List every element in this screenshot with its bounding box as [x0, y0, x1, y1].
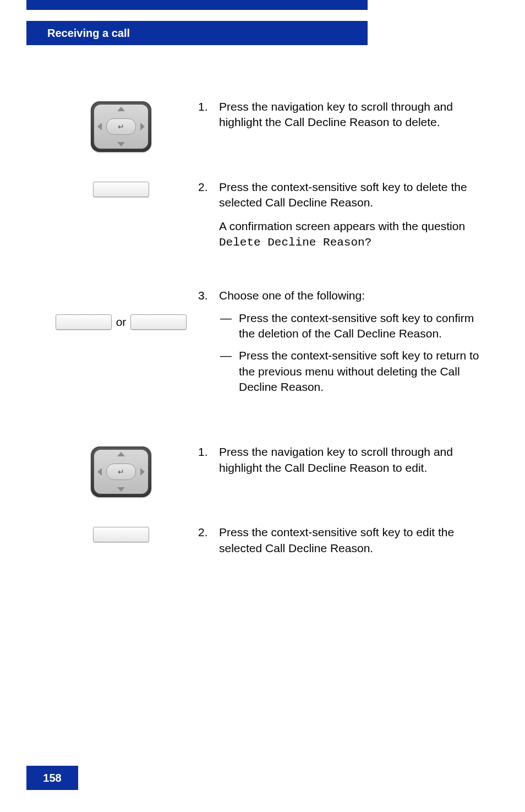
- step-text: Choose one of the following: — Press the…: [219, 288, 484, 401]
- header-bar: Receiving a call: [26, 21, 368, 45]
- navigation-key-icon: ↵: [91, 101, 151, 152]
- softkey-icon: [56, 314, 112, 330]
- step-text-pre: Press the: [219, 445, 271, 458]
- graphic-col: ↵: [44, 444, 198, 497]
- sub-list: — Press the context-sensitive soft key t…: [219, 310, 484, 395]
- step-text-pre: Press the: [219, 100, 271, 113]
- nav-enter-icon: ↵: [106, 464, 136, 480]
- graphic-col: [44, 179, 198, 197]
- nav-up-icon: [117, 107, 125, 111]
- step-item: 2. Press the context-sensitive soft key …: [198, 525, 484, 556]
- step-text-pre: Press the: [219, 526, 271, 538]
- step-item: 1. Press the navigation key to scroll th…: [198, 99, 484, 130]
- text-col: 1. Press the navigation key to scroll th…: [198, 444, 484, 486]
- page-number: 158: [43, 772, 61, 784]
- step-item: 2. Press the context-sensitive soft key …: [198, 179, 484, 250]
- graphic-col: ↵: [44, 99, 198, 152]
- list-item-text: Press the context-sensitive soft key to …: [239, 348, 484, 395]
- step-paragraph: Press the context-sensitive soft key to …: [219, 179, 484, 211]
- nav-down-icon: [117, 142, 125, 146]
- nav-left-icon: [97, 468, 102, 476]
- nav-enter-icon: ↵: [106, 118, 136, 135]
- step-text-code: Delete Decline Reason?: [219, 236, 371, 249]
- dash-bullet: —: [219, 310, 239, 342]
- nav-right-icon: [140, 123, 145, 130]
- step-number: 2.: [198, 179, 219, 250]
- step-text: Press the context-sensitive soft key to …: [219, 179, 484, 250]
- page-container: Receiving a call ↵ 1. Press the navigati…: [0, 0, 525, 812]
- step-text-pre: Press the: [219, 181, 271, 193]
- step-text: Press the navigation key to scroll throu…: [219, 99, 484, 130]
- nav-right-icon: [140, 468, 145, 476]
- step-number: 1.: [198, 444, 219, 476]
- step-number: 1.: [198, 99, 219, 130]
- step-row: ↵ 1. Press the navigation key to scroll …: [44, 99, 484, 152]
- dash-bullet: —: [219, 348, 239, 395]
- list-item: — Press the context-sensitive soft key t…: [219, 310, 484, 342]
- step-paragraph: A confirmation screen appears with the q…: [219, 219, 484, 251]
- step-number: 2.: [198, 525, 219, 556]
- softkey-pair: or: [56, 314, 187, 330]
- graphic-col: or: [44, 288, 198, 330]
- nav-left-icon: [97, 123, 102, 130]
- step-text-pre: A confirmation screen appears with the q…: [219, 220, 465, 232]
- text-col: 2. Press the context-sensitive soft key …: [198, 525, 484, 566]
- text-pre: Press the: [239, 312, 291, 324]
- step-row: or 3. Choose one of the following: — Pre…: [44, 288, 484, 411]
- list-item-text: Press the context-sensitive soft key to …: [239, 310, 484, 342]
- step-row: 2. Press the context-sensitive soft key …: [44, 525, 484, 566]
- text-pre: Press the: [239, 349, 291, 362]
- step-row: 2. Press the context-sensitive soft key …: [44, 179, 484, 260]
- list-item: — Press the context-sensitive soft key t…: [219, 348, 484, 395]
- text-col: 3. Choose one of the following: — Press …: [198, 288, 484, 411]
- softkey-icon: [93, 527, 149, 542]
- step-text: Press the context-sensitive soft key to …: [219, 525, 484, 556]
- step-intro: Choose one of the following:: [219, 288, 484, 303]
- nav-up-icon: [117, 452, 125, 456]
- softkey-icon: [93, 182, 149, 197]
- navigation-key-icon: ↵: [91, 446, 151, 497]
- header-title: Receiving a call: [47, 27, 130, 40]
- or-label: or: [116, 315, 127, 329]
- softkey-icon: [130, 314, 187, 330]
- step-item: 1. Press the navigation key to scroll th…: [198, 444, 484, 476]
- header-strip: [26, 0, 368, 10]
- step-number: 3.: [198, 288, 219, 401]
- step-item: 3. Choose one of the following: — Press …: [198, 288, 484, 401]
- step-text: Press the navigation key to scroll throu…: [219, 444, 484, 476]
- step-row: ↵ 1. Press the navigation key to scroll …: [44, 444, 484, 497]
- page-number-badge: 158: [26, 766, 78, 790]
- text-col: 2. Press the context-sensitive soft key …: [198, 179, 484, 260]
- nav-down-icon: [117, 487, 125, 492]
- text-col: 1. Press the navigation key to scroll th…: [198, 99, 484, 140]
- content-area: ↵ 1. Press the navigation key to scroll …: [44, 99, 484, 593]
- graphic-col: [44, 525, 198, 542]
